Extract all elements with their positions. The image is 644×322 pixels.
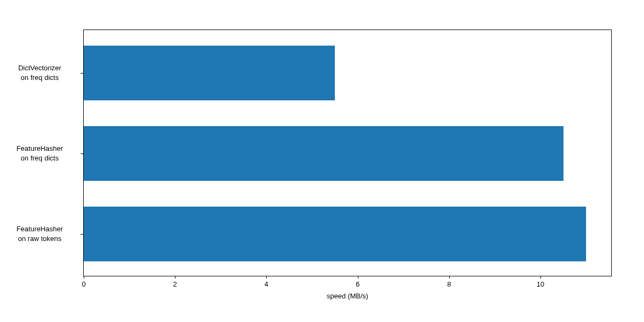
- x-tick-label: 10: [537, 280, 544, 288]
- bar-featurehasher-raw-tokens: [84, 207, 586, 261]
- chart-plot-area: 0 2 4 6 8 10 FeatureHasher on raw tokens…: [83, 30, 612, 276]
- x-tick-label: 0: [82, 280, 85, 288]
- bar-dictvectorizer-freq-dicts: [84, 46, 335, 100]
- x-tick-label: 8: [447, 280, 451, 288]
- y-tick: [80, 234, 84, 235]
- y-tick-label: DictVectorizer on freq dicts: [2, 63, 77, 82]
- x-tick: [358, 276, 358, 279]
- x-tick-label: 6: [356, 280, 360, 288]
- y-tick: [80, 73, 84, 74]
- x-tick: [84, 276, 84, 279]
- y-tick-label: FeatureHasher on freq dicts: [2, 144, 77, 163]
- x-axis-label: speed (MB/s): [327, 292, 368, 300]
- x-tick: [266, 276, 267, 279]
- y-tick: [80, 153, 84, 154]
- y-tick-label: FeatureHasher on raw tokens: [2, 224, 77, 243]
- x-tick-label: 4: [265, 280, 268, 288]
- x-tick: [175, 276, 175, 279]
- bar-featurehasher-freq-dicts: [84, 126, 564, 181]
- x-tick: [540, 276, 541, 279]
- bars-layer: [84, 30, 611, 276]
- x-tick-label: 2: [173, 280, 177, 288]
- x-tick: [449, 276, 450, 279]
